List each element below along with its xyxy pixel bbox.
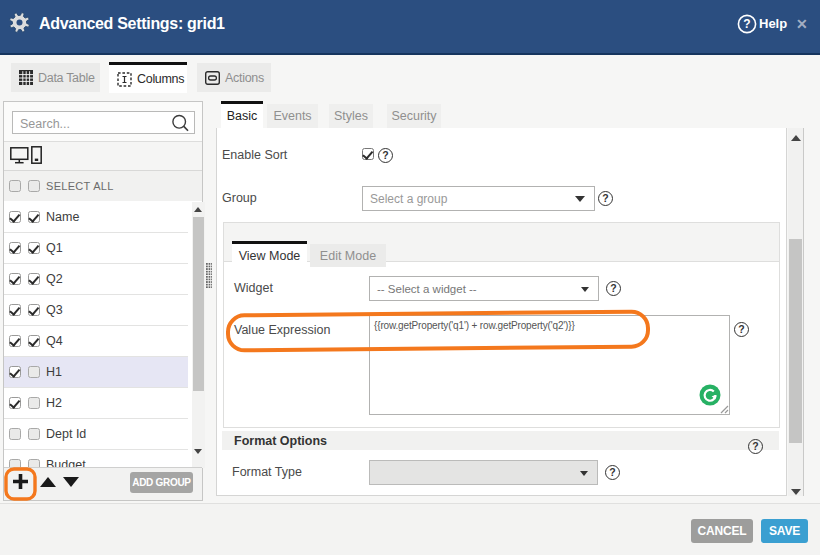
- svg-text:?: ?: [743, 17, 750, 31]
